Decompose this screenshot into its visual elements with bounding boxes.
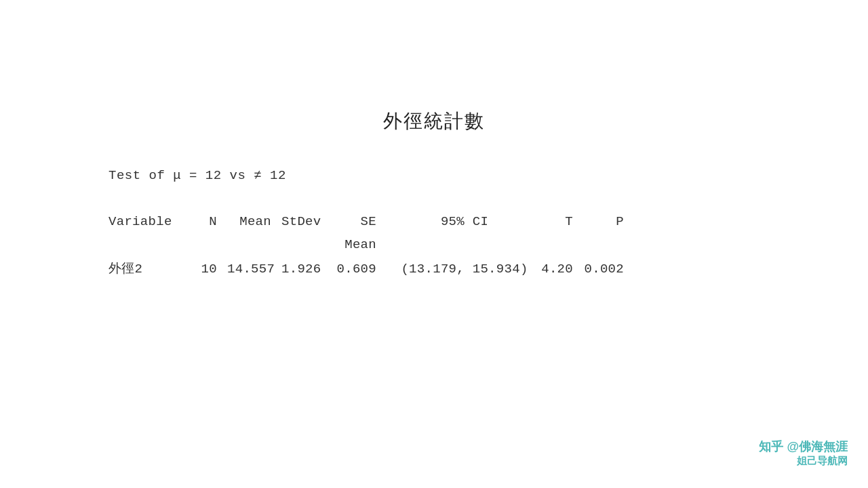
header-t: T	[539, 210, 583, 256]
main-content: 外徑統計數 Test of μ = 12 vs ≠ 12 Variable N …	[108, 108, 760, 281]
header-ci: 95% CI	[390, 210, 539, 256]
header-semean: SE Mean	[326, 210, 390, 256]
watermark: 知乎 @佛海無涯 姐己导航网	[759, 439, 848, 468]
cell-p: 0.002	[583, 258, 624, 281]
cell-ci: (13.179, 15.934)	[390, 258, 539, 281]
header-p: P	[583, 210, 624, 256]
cell-mean: 14.557	[227, 258, 281, 281]
test-statement: Test of μ = 12 vs ≠ 12	[108, 168, 760, 183]
stats-table: Variable N Mean StDev SE Mean 95% CI T P…	[108, 210, 760, 281]
watermark-line2: 姐己导航网	[797, 455, 848, 468]
cell-n: 10	[190, 258, 227, 281]
cell-stdev: 1.926	[281, 258, 326, 281]
cell-semean: 0.609	[326, 258, 390, 281]
table-row: 外徑2 10 14.557 1.926 0.609 (13.179, 15.93…	[108, 258, 760, 281]
page-title: 外徑統計數	[108, 108, 760, 134]
table-header: Variable N Mean StDev SE Mean 95% CI T P	[108, 210, 760, 256]
cell-t: 4.20	[539, 258, 583, 281]
cell-variable: 外徑2	[108, 258, 190, 281]
watermark-line1: 知乎 @佛海無涯	[759, 439, 848, 455]
header-stdev: StDev	[281, 210, 326, 256]
header-mean: Mean	[227, 210, 281, 256]
header-variable: Variable	[108, 210, 190, 256]
header-n: N	[190, 210, 227, 256]
